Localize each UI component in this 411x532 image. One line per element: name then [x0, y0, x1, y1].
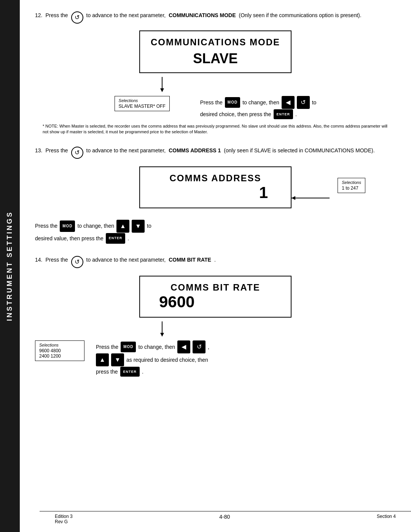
- bitrate-bottom-row: Selections 9600 4800 2400 1200 Press the…: [35, 340, 396, 377]
- left-arrow-btn-2[interactable]: ◀: [177, 340, 190, 353]
- enter-button-1[interactable]: ENTER: [274, 109, 293, 119]
- up-arrow-btn-1[interactable]: ▲: [116, 220, 129, 233]
- sidebar: INSTRUMENT SETTINGS: [0, 0, 20, 532]
- addr-ctrl-line2: desired value, then press the ENTER .: [35, 233, 396, 244]
- comms-address-value: 1: [148, 184, 283, 202]
- mod-button-2[interactable]: MOD: [60, 220, 75, 232]
- footer: Edition 3 Rev G 4-80 Section 4: [40, 511, 411, 524]
- comm-mode-display-box: COMMUNICATIONS MODE SLAVE: [139, 30, 292, 73]
- instr-press: Press the: [200, 97, 223, 108]
- step13-intro: 13. Press the ↺ to advance to the next p…: [35, 147, 396, 159]
- step12-text1: Press the: [45, 11, 68, 19]
- step13-text1: Press the: [45, 147, 68, 155]
- step14-number: 14.: [35, 256, 42, 264]
- down-arrow-btn-1[interactable]: ▼: [132, 220, 145, 233]
- addr-ctrl-line1: Press the MOD to change, then ▲ ▼ to: [35, 220, 396, 233]
- addr-press: Press the: [35, 220, 57, 232]
- bitrate-ctrl-line2: ▲ ▼ as required to desired choice, then: [96, 353, 396, 366]
- up-arrow-btn-2[interactable]: ▲: [96, 353, 109, 366]
- footer-right: Section 4: [377, 514, 396, 524]
- enter-button-2[interactable]: ENTER: [106, 233, 126, 244]
- step13-text3: (only seen if SLAVE is selected in COMMU…: [224, 147, 374, 155]
- step14-text1: Press the: [45, 256, 68, 264]
- bitrate-as-required: as required to desired choice, then: [126, 355, 208, 365]
- bitrate-controls: Press the MOD to change, then ◀ ↺ , ▲ ▼ …: [96, 340, 396, 377]
- comms-bitrate-section: COMMS BIT RATE 9600 Selections 9600 4800: [35, 272, 396, 377]
- step12-text3: (Only seen if the communications option …: [239, 11, 361, 19]
- bitrate-comma: ,: [208, 342, 209, 352]
- instr-to-change: to change, then: [242, 97, 279, 108]
- cycle-arrow-btn-1[interactable]: ↺: [297, 96, 310, 109]
- comm-mode-selections-items: SLAVE MASTER* OFF: [119, 104, 166, 109]
- bitrate-to-change: to change, then: [138, 342, 175, 352]
- bitrate-press-the: press the: [96, 366, 118, 377]
- comms-address-arrow-svg: [292, 192, 337, 204]
- footer-rev: Rev G: [55, 519, 73, 524]
- comm-mode-section: COMMUNICATIONS MODE SLAVE Selections SLA…: [35, 27, 396, 135]
- step14-dot: .: [214, 256, 216, 264]
- bitrate-ctrl-line1: Press the MOD to change, then ◀ ↺ ,: [96, 340, 396, 353]
- instr-to: to: [312, 97, 317, 108]
- enter-button-3[interactable]: ENTER: [120, 367, 140, 377]
- instr-dot: .: [295, 109, 297, 120]
- main-content: 12. Press the ↺ to advance to the next p…: [20, 0, 411, 532]
- step13-number: 13.: [35, 147, 42, 155]
- comms-address-section: COMMS ADDRESS 1 Selections 1 to 247: [35, 163, 396, 244]
- comm-mode-instructions: Press the MOD to change, then ◀ ↺ to des…: [200, 96, 317, 120]
- addr-dot: .: [127, 233, 129, 244]
- comms-address-selections-box: Selections 1 to 247: [338, 178, 365, 193]
- svg-marker-3: [292, 196, 295, 200]
- comm-mode-value: SLAVE: [148, 51, 283, 67]
- comm-mode-title: COMMUNICATIONS MODE: [148, 37, 283, 48]
- comms-bitrate-display-box: COMMS BIT RATE 9600: [139, 276, 292, 318]
- left-arrow-btn-1[interactable]: ◀: [282, 96, 295, 109]
- comm-mode-note: * NOTE: When Master is selected, the rec…: [35, 123, 396, 135]
- footer-left: Edition 3 Rev G: [55, 514, 73, 524]
- comms-bitrate-value: 9600: [148, 293, 283, 311]
- svg-marker-5: [160, 333, 164, 337]
- step14-intro: 14. Press the ↺ to advance to the next p…: [35, 256, 396, 268]
- step13-bold: COMMS ADDRESS 1: [169, 147, 221, 155]
- advance-icon-14: ↺: [71, 256, 83, 268]
- step12-text2: to advance to the next parameter,: [86, 11, 166, 19]
- step14-bold: COMM BIT RATE: [169, 256, 211, 264]
- bitrate-sel-item-2: 2400 1200: [39, 353, 80, 359]
- bitrate-ctrl-line3: press the ENTER .: [96, 366, 396, 377]
- comm-mode-arrow-svg: [151, 77, 181, 92]
- advance-icon-12: ↺: [71, 11, 83, 24]
- comms-address-title: COMMS ADDRESS: [148, 173, 283, 184]
- sidebar-text: INSTRUMENT SETTINGS: [6, 211, 14, 321]
- page-container: INSTRUMENT SETTINGS 12. Press the ↺ to a…: [0, 0, 411, 532]
- footer-section: Section 4: [377, 514, 396, 519]
- comms-address-controls: Press the MOD to change, then ▲ ▼ to des…: [35, 220, 396, 244]
- advance-icon-13: ↺: [71, 147, 83, 159]
- addr-to-change: to change, then: [77, 220, 114, 232]
- comms-bitrate-selections-box: Selections 9600 4800 2400 1200: [35, 340, 84, 361]
- bitrate-press: Press the: [96, 342, 118, 352]
- comms-address-sel-range: 1 to 247: [342, 185, 358, 191]
- step12-intro: 12. Press the ↺ to advance to the next p…: [35, 11, 396, 24]
- footer-page: 4-80: [219, 514, 230, 524]
- addr-to: to: [147, 220, 151, 232]
- comms-bitrate-title: COMMS BIT RATE: [148, 282, 283, 293]
- step14-text2: to advance to the next parameter,: [86, 256, 166, 264]
- comm-mode-selections-label: Selections: [119, 98, 166, 103]
- comm-mode-instr-line1: Press the MOD to change, then ◀ ↺ to: [200, 96, 317, 109]
- comm-mode-selections-box: Selections SLAVE MASTER* OFF: [115, 96, 170, 111]
- step12-number: 12.: [35, 11, 42, 19]
- addr-desired: desired value, then press the: [35, 233, 104, 244]
- instr-desired: desired choice, then press the: [200, 109, 271, 120]
- mod-button-1[interactable]: MOD: [225, 97, 240, 108]
- bitrate-arrow-svg: [151, 321, 181, 337]
- step13-text2: to advance to the next parameter,: [86, 147, 166, 155]
- mod-button-3[interactable]: MOD: [121, 342, 136, 352]
- down-arrow-btn-2[interactable]: ▼: [111, 353, 124, 366]
- comms-address-sel-label: Selections: [342, 180, 361, 185]
- cycle-arrow-btn-2[interactable]: ↺: [193, 340, 206, 353]
- bitrate-final-dot: .: [142, 366, 143, 377]
- footer-edition: Edition 3: [55, 514, 73, 519]
- bitrate-sel-item-1: 9600 4800: [39, 348, 80, 353]
- comms-address-display-box: COMMS ADDRESS 1: [139, 166, 292, 208]
- step12-bold: COMMUNICATIONS MODE: [169, 11, 236, 19]
- bitrate-sel-label: Selections: [39, 343, 80, 347]
